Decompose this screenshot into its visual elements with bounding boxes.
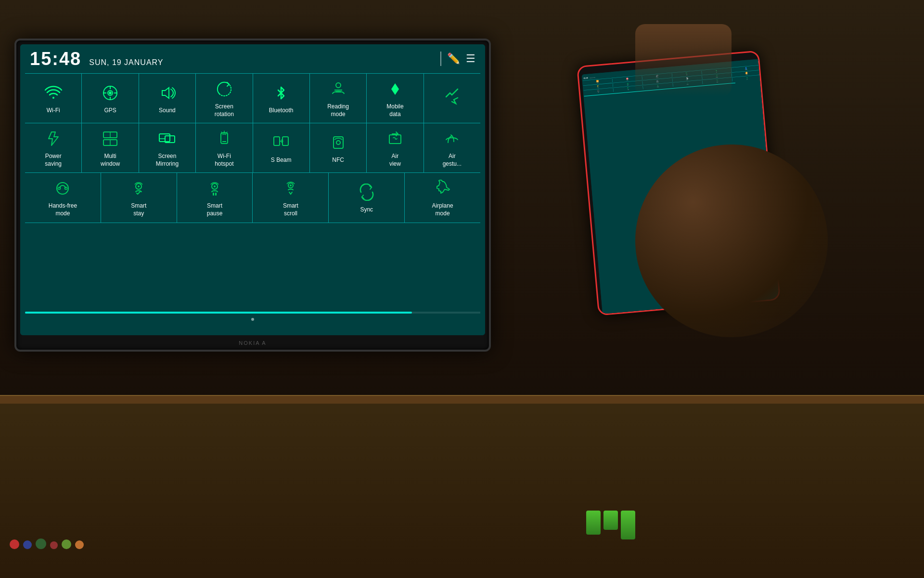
svg-point-23 (57, 183, 68, 194)
time-display: 15:48 (30, 49, 81, 69)
quick-settings-grid: Wi-Fi (20, 73, 485, 223)
qs-wifi[interactable]: Wi-Fi (25, 74, 82, 123)
qs-air-gesture-label: Airgestu... (443, 153, 462, 168)
qs-sync-label: Sync (360, 206, 373, 214)
qs-bluetooth[interactable]: Bluetooth (253, 74, 310, 123)
svg-point-6 (109, 92, 112, 94)
qs-smart-scroll-label: Smartscroll (283, 202, 298, 217)
qs-screen-mirroring-label: ScreenMirroring (156, 153, 179, 168)
shelf-items (10, 539, 84, 549)
qs-mobile-data[interactable]: Mobiledata (367, 74, 424, 123)
phone-body: 15:48 SUN 19 JAN ☰ 📶 Wi-Fi 🎯 GPS (577, 50, 781, 315)
progress-bar (25, 312, 480, 314)
qs-smart-stay[interactable]: Smartstay (101, 173, 177, 222)
qs-airplane-mode[interactable]: Airplanemode (405, 173, 480, 222)
qs-sync[interactable]: Sync (329, 173, 405, 222)
qs-power-saving[interactable]: Powersaving (25, 123, 82, 172)
qs-gps[interactable]: GPS (82, 74, 139, 123)
list-icon[interactable]: ☰ (466, 53, 475, 65)
qs-smart-pause[interactable]: Smartpause (177, 173, 253, 222)
phone: 15:48 SUN 19 JAN ☰ 📶 Wi-Fi 🎯 GPS (577, 50, 781, 315)
qs-gps-label: GPS (104, 107, 116, 115)
qs-smart-pause-label: Smartpause (207, 202, 223, 217)
qs-multi-window[interactable]: Multiwindow (82, 123, 139, 172)
svg-point-21 (336, 141, 340, 144)
green-objects (586, 511, 635, 539)
tv-brand: NOKIA A (239, 340, 266, 346)
qs-wifi-hotspot[interactable]: Wi-Fihotspot (196, 123, 253, 172)
header-icons: ✏️ ☰ (440, 52, 475, 66)
tv: 15:48 SUN, 19 JANUARY ✏️ ☰ (14, 39, 491, 352)
header-bar: 15:48 SUN, 19 JANUARY ✏️ ☰ (20, 44, 485, 73)
qs-smart-stay-label: Smartstay (131, 202, 146, 217)
qs-air-view[interactable]: Airview (367, 123, 424, 172)
shelf-item (75, 540, 84, 549)
qs-reading-mode[interactable]: Readingmode (310, 74, 367, 123)
qs-sound-label: Sound (159, 107, 176, 115)
qs-screen-rotation[interactable]: Screenrotation (196, 74, 253, 123)
qs-s-beam[interactable]: S Beam (253, 123, 310, 172)
green-object (621, 511, 635, 539)
date-display: SUN, 19 JANUARY (89, 58, 163, 67)
quick-settings-row-1: Wi-Fi (25, 73, 480, 123)
qs-wifi-label: Wi-Fi (47, 107, 60, 115)
qs-hands-free[interactable]: Hands-freemode (25, 173, 101, 222)
svg-point-27 (138, 185, 140, 187)
svg-point-29 (214, 185, 216, 187)
shelf-item (10, 539, 19, 549)
qs-air-gesture[interactable]: Airgestu... (424, 123, 480, 172)
qs-smart-scroll[interactable]: Smartscroll (253, 173, 329, 222)
qs-multi-window-label: Multiwindow (101, 153, 120, 168)
svg-point-7 (336, 83, 341, 88)
svg-rect-17 (274, 137, 280, 145)
shelf-item (36, 539, 46, 549)
qs-hands-free-label: Hands-freemode (49, 202, 77, 217)
qs-sound[interactable]: Sound (139, 74, 196, 123)
qs-airplane-mode-label: Airplanemode (432, 202, 453, 217)
qs-partial[interactable] (424, 74, 480, 123)
qs-bluetooth-label: Bluetooth (269, 107, 294, 115)
qs-screen-mirroring[interactable]: ScreenMirroring (139, 123, 196, 172)
green-object (603, 511, 618, 530)
qs-screen-rotation-label: Screenrotation (215, 103, 234, 118)
svg-rect-30 (213, 193, 214, 196)
shelf (0, 395, 924, 578)
quick-settings-row-3: Hands-freemode Smartstay (25, 173, 480, 223)
svg-point-33 (290, 184, 292, 186)
qs-power-saving-label: Powersaving (45, 153, 62, 168)
shelf-item (23, 540, 32, 549)
edit-icon[interactable]: ✏️ (447, 53, 460, 65)
shelf-item (50, 541, 58, 549)
screen-content: 15:48 SUN, 19 JANUARY ✏️ ☰ (20, 44, 485, 335)
qs-air-view-label: Airview (389, 153, 401, 168)
time-section: 15:48 SUN, 19 JANUARY (30, 49, 164, 69)
progress-bar-fill (25, 312, 412, 314)
quick-settings-row-2: Powersaving Multiwindow (25, 123, 480, 173)
header-divider (440, 52, 441, 66)
qs-s-beam-label: S Beam (271, 157, 292, 164)
tv-screen: 15:48 SUN, 19 JANUARY ✏️ ☰ (20, 44, 485, 335)
shelf-item (62, 539, 71, 549)
svg-rect-31 (215, 193, 217, 196)
phone-screen: 15:48 SUN 19 JAN ☰ 📶 Wi-Fi 🎯 GPS (582, 59, 781, 315)
green-object (586, 511, 601, 535)
shelf-surface (0, 395, 924, 404)
qs-mobile-data-label: Mobiledata (386, 103, 403, 118)
page-indicator-dot (251, 318, 254, 321)
qs-nfc[interactable]: NFC (310, 123, 367, 172)
qs-nfc-label: NFC (332, 157, 344, 164)
qs-wifi-hotspot-label: Wi-Fihotspot (215, 153, 233, 168)
qs-reading-mode-label: Readingmode (327, 103, 349, 118)
